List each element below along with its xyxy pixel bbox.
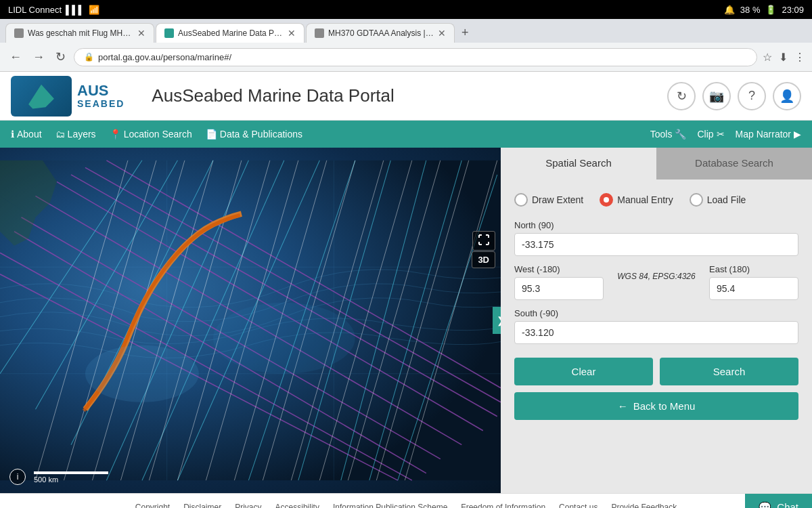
- status-right: 🔔 38 % 🔋 23:09: [724, 5, 804, 15]
- publications-icon: 📄: [206, 129, 217, 140]
- time-display: 23:09: [782, 5, 804, 15]
- footer-contact-us[interactable]: Contact us: [559, 503, 597, 509]
- east-input[interactable]: [709, 277, 798, 300]
- logo-aus: AUS: [77, 83, 125, 98]
- chat-icon: 💬: [759, 501, 771, 509]
- footer-provide-feedback[interactable]: Provide Feedback: [611, 503, 677, 509]
- coord-grid: West (-180) WGS 84, EPSG:4326 East (180): [514, 264, 798, 300]
- nav-right: Tools 🔧 Clip ✂ Map Narrator ▶: [650, 129, 801, 140]
- clear-button[interactable]: Clear: [514, 358, 653, 385]
- layers-label: Layers: [68, 129, 96, 140]
- map-area[interactable]: 3D 500 km i ❯: [0, 148, 501, 493]
- load-file-radio[interactable]: Load File: [690, 193, 746, 207]
- back-button[interactable]: ←: [7, 47, 24, 67]
- scale-bar: [34, 471, 108, 474]
- draw-extent-label: Draw Extent: [532, 194, 583, 205]
- clip-label: Clip: [697, 129, 713, 140]
- west-field: West (-180): [514, 264, 604, 300]
- wifi-icon: 📶: [89, 5, 99, 15]
- header-left: AUS SEABED AusSeabed Marine Data Portal: [11, 76, 394, 117]
- help-button[interactable]: ?: [738, 82, 766, 110]
- publications-label: Data & Publications: [220, 129, 302, 140]
- back-to-menu-label: Back to Menu: [633, 400, 696, 412]
- north-input[interactable]: [514, 233, 798, 256]
- reload-button[interactable]: ↻: [53, 47, 68, 67]
- narrator-label: Map Narrator: [736, 129, 791, 140]
- tab-close-2[interactable]: ✕: [288, 28, 296, 39]
- east-label: East (180): [709, 264, 798, 274]
- browser-chrome: Was geschah mit Flug MH370? (S ✕ AusSeab…: [0, 19, 812, 72]
- alarm-icon: 🔔: [724, 5, 735, 15]
- west-input[interactable]: [514, 277, 604, 300]
- back-arrow-icon: ←: [618, 400, 628, 412]
- about-label: About: [17, 129, 42, 140]
- search-button[interactable]: Search: [660, 358, 798, 385]
- nav-location-search[interactable]: 📍 Location Search: [110, 129, 192, 140]
- manual-entry-radio[interactable]: Manual Entry: [600, 193, 673, 207]
- tools-icon: 🔧: [675, 129, 686, 140]
- camera-button[interactable]: 📷: [702, 82, 731, 110]
- share-button[interactable]: ↻: [667, 82, 696, 110]
- spatial-search-tab[interactable]: Spatial Search: [501, 148, 656, 179]
- bookmark-button[interactable]: ☆: [763, 51, 772, 64]
- chat-label: Chat: [777, 501, 798, 508]
- browser-tab-2[interactable]: AusSeabed Marine Data Portal ✕: [156, 23, 304, 43]
- footer-privacy[interactable]: Privacy: [235, 503, 261, 509]
- database-search-tab[interactable]: Database Search: [656, 148, 812, 179]
- map-expand-button[interactable]: [472, 231, 495, 251]
- search-actions: Clear Search: [514, 358, 798, 385]
- map-scale: 500 km: [34, 471, 108, 484]
- south-field: South (-90): [514, 308, 798, 344]
- tab-favicon-1: [14, 28, 24, 38]
- footer-disclaimer[interactable]: Disclaimer: [183, 503, 221, 509]
- battery-text: 38 %: [740, 5, 761, 15]
- browser-tab-3[interactable]: MH370 GDTAAA Analysis | The S… ✕: [306, 23, 455, 43]
- browser-actions: ☆ ⬇ ⋮: [763, 51, 805, 64]
- tab-close-1[interactable]: ✕: [137, 28, 145, 39]
- nav-tools[interactable]: Tools 🔧: [650, 129, 687, 140]
- panel-toggle-button[interactable]: ❯: [493, 307, 501, 334]
- profile-button[interactable]: 👤: [773, 82, 801, 110]
- footer-publication-scheme[interactable]: Information Publication Scheme: [333, 503, 447, 509]
- download-button[interactable]: ⬇: [779, 51, 788, 64]
- chat-button[interactable]: 💬 Chat: [745, 494, 812, 508]
- lock-icon: 🔒: [84, 52, 94, 62]
- url-bar[interactable]: 🔒 portal.ga.gov.au/persona/marine#/: [74, 48, 757, 66]
- east-field: East (180): [709, 264, 798, 300]
- status-left: LIDL Connect ▌▌▌ 📶: [8, 5, 99, 15]
- search-tabs: Spatial Search Database Search: [501, 148, 812, 179]
- map-info-button[interactable]: i: [9, 469, 26, 485]
- north-label: North (90): [514, 220, 798, 230]
- north-field: North (90): [514, 220, 798, 256]
- nav-clip[interactable]: Clip ✂: [697, 129, 724, 140]
- menu-button[interactable]: ⋮: [794, 51, 805, 64]
- load-file-circle: [690, 193, 703, 207]
- forward-button[interactable]: →: [30, 47, 47, 67]
- tab-title-1: Was geschah mit Flug MH370? (S: [28, 28, 133, 38]
- browser-tab-1[interactable]: Was geschah mit Flug MH370? (S ✕: [5, 23, 154, 43]
- nav-layers[interactable]: 🗂 Layers: [55, 129, 96, 140]
- tab-close-3[interactable]: ✕: [438, 28, 446, 39]
- logo-map: [11, 76, 72, 117]
- tools-label: Tools: [650, 129, 673, 140]
- tab-bar: Was geschah mit Flug MH370? (S ✕ AusSeab…: [0, 19, 812, 43]
- nav-map-narrator[interactable]: Map Narrator ▶: [736, 129, 801, 140]
- search-body: Draw Extent Manual Entry Load File North…: [501, 179, 812, 433]
- footer-freedom-of-information[interactable]: Freedom of Information: [461, 503, 545, 509]
- draw-extent-radio[interactable]: Draw Extent: [514, 193, 583, 207]
- south-input[interactable]: [514, 321, 798, 344]
- nav-left: ℹ About 🗂 Layers 📍 Location Search 📄 Dat…: [11, 129, 302, 140]
- signal-icon: ▌▌▌: [66, 5, 85, 15]
- back-to-menu-button[interactable]: ← Back to Menu: [514, 392, 798, 420]
- new-tab-button[interactable]: +: [456, 23, 474, 43]
- nav-about[interactable]: ℹ About: [11, 129, 42, 140]
- play-icon: ▶: [794, 129, 801, 140]
- nav-data-publications[interactable]: 📄 Data & Publications: [206, 129, 302, 140]
- footer-links: Copyright Disclaimer Privacy Accessibili…: [11, 503, 801, 509]
- footer-accessibility[interactable]: Accessibility: [275, 503, 319, 509]
- west-label: West (-180): [514, 264, 604, 274]
- logo-text: AUS SEABED: [72, 81, 130, 112]
- footer-copyright[interactable]: Copyright: [135, 503, 170, 509]
- battery-icon: 🔋: [765, 5, 776, 15]
- map-3d-button[interactable]: 3D: [472, 251, 495, 268]
